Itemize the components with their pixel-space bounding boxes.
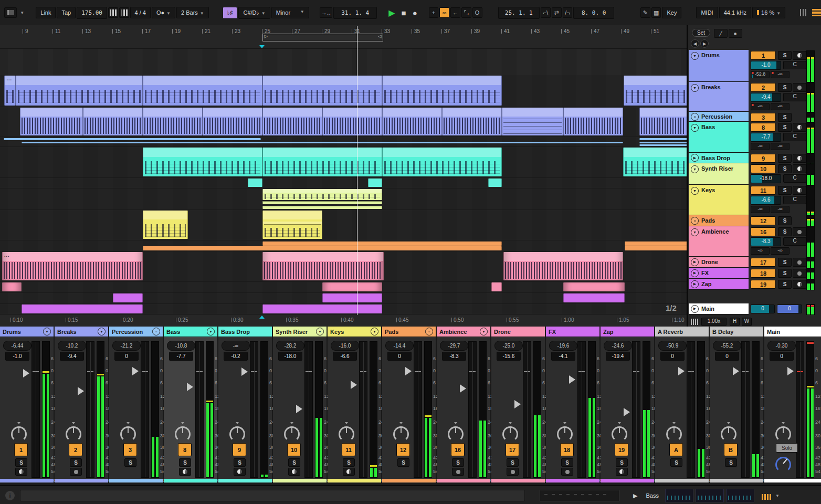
clip[interactable]: ... xyxy=(2,252,143,280)
disclosure-icon[interactable]: ▶ xyxy=(691,154,699,162)
volume-fader[interactable] xyxy=(687,341,695,478)
mixer-strip-fx[interactable]: FX-19.6-4.160612182430364248546018S xyxy=(546,327,601,483)
info-icon[interactable]: i xyxy=(5,491,15,500)
fader-handle[interactable] xyxy=(569,375,575,384)
loop-start-field[interactable]: 25. 1. 1 xyxy=(498,7,540,19)
clip[interactable] xyxy=(639,142,687,143)
track-volume-field[interactable]: -1.0 xyxy=(751,61,781,70)
solo-button[interactable]: S xyxy=(15,458,27,467)
track-number-badge[interactable]: 8 xyxy=(178,443,192,456)
clip[interactable] xyxy=(262,304,382,313)
clip[interactable] xyxy=(262,252,384,280)
peak-level-display[interactable]: -10.8 xyxy=(167,341,195,351)
clip[interactable] xyxy=(20,108,83,135)
peak-level-display[interactable]: -10.2 xyxy=(58,341,86,351)
clip[interactable] xyxy=(262,222,322,228)
track-number-badge[interactable]: 12 xyxy=(396,443,410,456)
track-number-badge[interactable]: 9 xyxy=(233,443,246,456)
fader-handle[interactable] xyxy=(405,367,412,375)
track-pan-field[interactable]: C xyxy=(783,133,806,141)
peak-level-display[interactable]: -24.6 xyxy=(604,341,632,351)
track-number-badge[interactable]: 1 xyxy=(751,51,776,60)
time-ruler[interactable]: 0:100:150:200:250:300:350:400:450:500:55… xyxy=(0,314,687,327)
disclosure-icon[interactable]: ▶ xyxy=(691,269,699,277)
fader-handle[interactable] xyxy=(460,384,466,393)
pan-knob[interactable] xyxy=(283,425,301,443)
volume-fader[interactable] xyxy=(359,341,367,478)
send-b-field[interactable]: -∞ xyxy=(771,206,790,213)
clip[interactable] xyxy=(16,76,143,106)
solo-button[interactable]: S xyxy=(452,458,464,467)
marker-line-button[interactable]: ╱ xyxy=(714,29,728,38)
clip[interactable] xyxy=(203,108,262,135)
track-number-badge[interactable]: 19 xyxy=(615,443,628,456)
disclosure-icon[interactable]: ▶ xyxy=(691,258,699,266)
device-thumbnail[interactable] xyxy=(665,489,693,502)
track-lane[interactable] xyxy=(0,178,687,188)
fader-handle[interactable] xyxy=(296,405,302,413)
fader-handle[interactable] xyxy=(78,387,84,395)
track-pan-icon[interactable] xyxy=(793,280,806,289)
track-volume-field[interactable]: -9.4 xyxy=(751,93,781,102)
clip[interactable] xyxy=(143,108,203,135)
mixer-strip-header[interactable]: Bass Drop xyxy=(218,327,272,337)
track-header-bass[interactable]: ▼Bass xyxy=(689,122,749,153)
re-enable-automation-icon[interactable]: ← xyxy=(450,7,460,18)
mixer-strip-zap[interactable]: Zap-24.6-19.460612182430364248546019S xyxy=(601,327,655,483)
mixer-strip-header[interactable]: Ambience▼ xyxy=(437,327,490,337)
nav-forward-button[interactable]: ▶ xyxy=(700,39,709,48)
track-header-keys[interactable]: ▼Keys xyxy=(689,185,749,215)
volume-fader[interactable] xyxy=(523,341,531,478)
pan-knob[interactable] xyxy=(174,425,192,443)
solo-button[interactable]: S xyxy=(778,51,792,60)
fader-value-field[interactable]: -18.0 xyxy=(278,352,302,361)
solo-button[interactable]: S xyxy=(778,269,792,278)
clip[interactable] xyxy=(624,76,687,106)
browser-toggle-icon[interactable] xyxy=(4,7,17,18)
peak-level-display[interactable]: -∞ xyxy=(222,341,250,351)
volume-fader[interactable] xyxy=(195,341,204,478)
arrangement-overview[interactable] xyxy=(540,490,619,501)
track-volume-field[interactable]: -6.6 xyxy=(751,196,781,205)
clip[interactable] xyxy=(322,293,382,302)
fader-value-field[interactable]: 0 xyxy=(387,352,412,361)
volume-fader[interactable] xyxy=(304,341,313,478)
solo-button[interactable]: S xyxy=(179,458,191,467)
clip[interactable] xyxy=(113,293,143,302)
disclosure-icon[interactable]: ▼ xyxy=(691,84,699,92)
pan-knob[interactable] xyxy=(228,425,246,443)
track-pan-field[interactable]: C xyxy=(783,174,806,183)
track-number-badge[interactable]: 11 xyxy=(751,186,776,195)
song-start-marker-icon[interactable] xyxy=(259,45,265,48)
mixer-strip-header[interactable]: Main xyxy=(764,327,821,337)
clip[interactable] xyxy=(382,76,502,106)
clip[interactable] xyxy=(143,211,188,239)
disclosure-icon[interactable]: ▼ xyxy=(691,124,699,132)
send-a-field[interactable]: -∞ xyxy=(751,143,770,150)
mixer-strip-b-delay[interactable]: B Delay-55.20606121824303642485460BS xyxy=(710,327,764,483)
solo-button[interactable]: S xyxy=(778,123,792,132)
solo-button[interactable]: S xyxy=(778,280,792,289)
clip[interactable] xyxy=(625,246,687,250)
track-pan-field[interactable]: C xyxy=(783,61,806,69)
clip[interactable] xyxy=(143,76,262,106)
clip[interactable] xyxy=(262,189,382,200)
solo-button[interactable]: S xyxy=(778,216,792,225)
clip[interactable] xyxy=(639,108,687,135)
track-pan-icon[interactable] xyxy=(234,468,246,476)
menu-icon[interactable] xyxy=(812,9,821,16)
volume-fader[interactable] xyxy=(250,341,258,478)
track-header-bass-drop[interactable]: ▶Bass Drop xyxy=(689,153,749,163)
fader-handle[interactable] xyxy=(624,408,630,416)
track-number-badge[interactable]: 19 xyxy=(751,280,776,289)
peak-level-display[interactable]: -50.9 xyxy=(658,341,687,351)
clip[interactable] xyxy=(563,108,623,135)
metronome-toggle[interactable]: O●▼ xyxy=(152,7,175,18)
peak-level-display[interactable]: -16.0 xyxy=(331,341,359,351)
loop-length-field[interactable]: 8. 0. 0 xyxy=(573,7,614,19)
nudge-down-icon[interactable] xyxy=(108,7,118,18)
peak-level-display[interactable]: -28.2 xyxy=(276,341,304,351)
peak-level-display[interactable]: -29.7 xyxy=(440,341,468,351)
pan-knob[interactable] xyxy=(119,425,137,443)
main-solo-button[interactable]: Solo xyxy=(776,443,798,453)
